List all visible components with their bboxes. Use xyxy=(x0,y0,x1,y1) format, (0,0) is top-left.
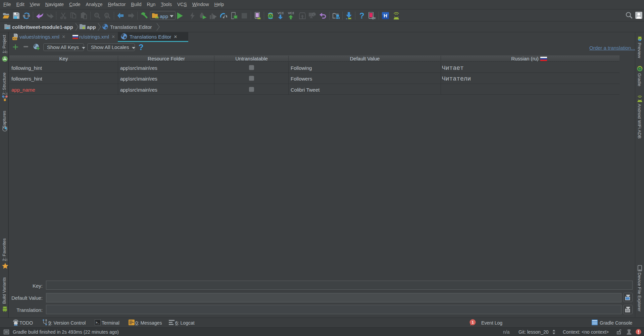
svg-text:H: H xyxy=(384,13,387,18)
svg-text:>_: >_ xyxy=(96,321,99,325)
svg-text:VCS: VCS xyxy=(288,11,294,15)
svg-text:1: 1 xyxy=(472,320,474,324)
svg-text:A: A xyxy=(105,15,108,19)
svg-text:<>: <> xyxy=(13,37,16,40)
svg-text:VCS: VCS xyxy=(278,11,284,15)
